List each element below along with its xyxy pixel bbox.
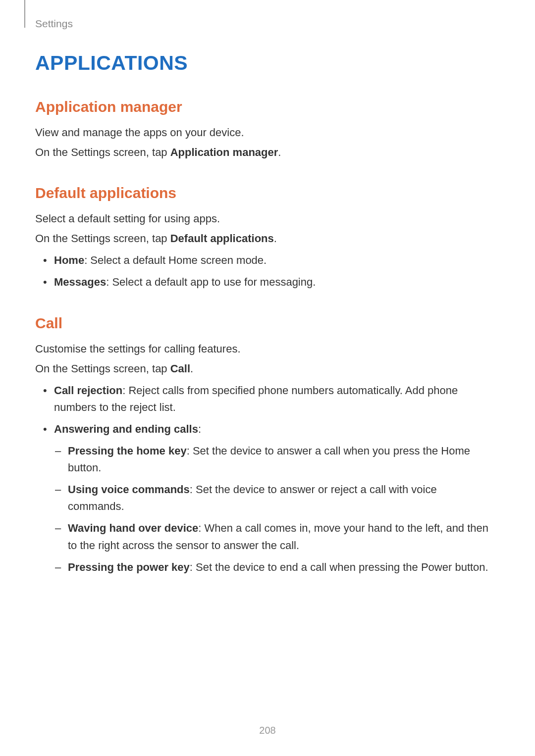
section-heading: Default applications [35,185,491,202]
bold-text: Call rejection [54,384,122,397]
body-text: On the Settings screen, tap Call. [35,360,491,377]
text-span: On the Settings screen, tap [35,232,170,245]
breadcrumb: Settings [35,18,73,30]
list-item: Answering and ending calls: Pressing the… [35,421,491,576]
bold-text: Home [54,254,84,266]
text-span: On the Settings screen, tap [35,362,170,375]
list-item: Using voice commands: Set the device to … [54,481,491,515]
bold-text: Waving hand over device [68,522,198,534]
text-span: On the Settings screen, tap [35,146,170,158]
list-item: Home: Select a default Home screen mode. [35,252,491,269]
bold-text: Pressing the power key [68,561,190,573]
text-span: : [198,423,201,435]
text-span: . [274,232,277,245]
bullet-list: Home: Select a default Home screen mode.… [35,252,491,291]
bold-text: Messages [54,276,106,288]
list-item: Waving hand over device: When a call com… [54,520,491,554]
section-call: Call Customise the settings for calling … [35,315,491,576]
section-heading: Call [35,315,491,332]
body-text: On the Settings screen, tap Default appl… [35,230,491,247]
list-item: Messages: Select a default app to use fo… [35,274,491,291]
section-default-applications: Default applications Select a default se… [35,185,491,291]
page-corner-mark [24,0,25,28]
list-item: Pressing the home key: Set the device to… [54,443,491,476]
bold-text: Call [170,362,190,375]
page-content: APPLICATIONS Application manager View an… [35,51,491,600]
text-span: : Set the device to end a call when pres… [190,561,488,573]
text-span: : Select a default Home screen mode. [84,254,267,266]
list-item: Call rejection: Reject calls from specif… [35,382,491,416]
page-title: APPLICATIONS [35,51,491,75]
page-number: 208 [0,725,535,736]
list-item: Pressing the power key: Set the device t… [54,559,491,576]
body-text: On the Settings screen, tap Application … [35,144,491,161]
sub-bullet-list: Pressing the home key: Set the device to… [54,443,491,576]
section-application-manager: Application manager View and manage the … [35,99,491,161]
body-text: View and manage the apps on your device. [35,124,491,141]
bold-text: Pressing the home key [68,445,187,457]
body-text: Customise the settings for calling featu… [35,341,491,357]
bold-text: Application manager [170,146,278,158]
text-span: . [190,362,193,375]
bullet-list: Call rejection: Reject calls from specif… [35,382,491,576]
bold-text: Default applications [170,232,274,245]
bold-text: Answering and ending calls [54,423,198,435]
body-text: Select a default setting for using apps. [35,210,491,227]
text-span: : Select a default app to use for messag… [106,276,316,288]
section-heading: Application manager [35,99,491,115]
bold-text: Using voice commands [68,483,190,496]
text-span: . [278,146,281,158]
